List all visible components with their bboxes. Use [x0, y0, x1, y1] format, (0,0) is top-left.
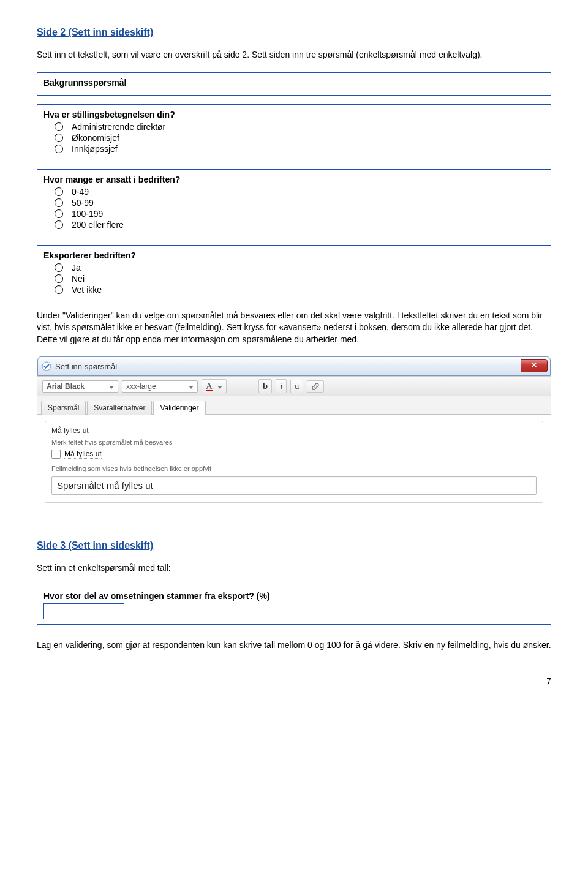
- q2-option-label: 200 eller flere: [72, 220, 124, 230]
- q1-option: Økonomisjef: [55, 133, 545, 143]
- link-button[interactable]: [307, 380, 324, 393]
- must-fill-fieldset: Må fylles ut Merk feltet hvis spørsmålet…: [45, 421, 543, 503]
- side2-intro: Sett inn et tekstfelt, som vil være en o…: [37, 49, 551, 61]
- chevron-down-icon: [108, 382, 114, 391]
- error-field-label: Feilmelding som vises hvis betingelsen i…: [51, 465, 537, 472]
- radio-icon: [55, 274, 63, 283]
- font-color-button[interactable]: A: [202, 379, 227, 393]
- checkbox-icon[interactable]: [51, 450, 61, 459]
- dialog-window: Sett inn spørsmål ✕ Arial Black xxx-larg…: [37, 356, 551, 513]
- italic-icon: i: [280, 381, 282, 391]
- number-input[interactable]: [43, 603, 124, 619]
- q3-option: Ja: [55, 263, 545, 273]
- side2-heading: Side 2 (Sett inn sideskift): [37, 27, 551, 38]
- window-title: Sett inn spørsmål: [55, 362, 117, 371]
- tabstrip: Spørsmål Svaralternativer Valideringer: [37, 396, 551, 415]
- q1-option-label: Administrerende direktør: [72, 122, 165, 132]
- must-fill-checkbox-row: Må fylles ut: [51, 450, 537, 459]
- q2-option: 100-199: [55, 209, 545, 219]
- q1-title: Hva er stillingsbetegnelsen din?: [43, 110, 545, 119]
- radio-icon: [55, 134, 63, 142]
- radio-icon: [55, 198, 63, 207]
- q2-option-label: 100-199: [72, 209, 103, 219]
- font-toolbar: Arial Black xxx-large A b i u: [37, 376, 551, 396]
- radio-icon: [55, 209, 63, 218]
- box-q-export: Hvor stor del av omsetningen stammer fra…: [37, 586, 551, 625]
- radio-icon: [55, 122, 63, 131]
- q2-option: 0-49: [55, 187, 545, 197]
- q2-option-label: 0-49: [72, 187, 89, 197]
- q3-option: Vet ikke: [55, 285, 545, 295]
- q-bg-title: Bakgrunnsspørsmål: [43, 78, 545, 88]
- check-icon: [42, 361, 51, 371]
- radio-icon: [55, 220, 63, 229]
- chevron-down-icon: [216, 382, 222, 391]
- error-message-input[interactable]: Spørsmålet må fylles ut: [51, 476, 537, 495]
- bold-icon: b: [263, 381, 268, 391]
- fs-sub: Merk feltet hvis spørsmålet må besvares: [51, 439, 537, 446]
- tab-svaralternativer[interactable]: Svaralternativer: [87, 401, 152, 415]
- box-q1: Hva er stillingsbetegnelsen din? Adminis…: [37, 104, 551, 160]
- radio-icon: [55, 285, 63, 294]
- italic-button[interactable]: i: [276, 379, 287, 393]
- close-icon: ✕: [531, 361, 537, 369]
- font-family-value: Arial Black: [47, 382, 85, 391]
- underline-button[interactable]: u: [290, 380, 303, 393]
- radio-icon: [55, 263, 63, 272]
- q3-option-label: Nei: [72, 274, 85, 284]
- q3-option: Nei: [55, 274, 545, 284]
- side3-intro: Sett inn et enkeltspørsmål med tall:: [37, 562, 551, 575]
- q1-option-label: Innkjøpssjef: [72, 144, 118, 154]
- close-button[interactable]: ✕: [521, 359, 548, 372]
- q2-title: Hvor mange er ansatt i bedriften?: [43, 175, 545, 184]
- font-family-select[interactable]: Arial Black: [42, 380, 118, 393]
- q3-title: Eksporterer bedriften?: [43, 251, 545, 260]
- underline-icon: u: [295, 382, 299, 391]
- side2-explain: Under "Valideringer" kan du velge om spø…: [37, 310, 551, 346]
- q2-option-label: 50-99: [72, 198, 94, 208]
- bold-button[interactable]: b: [258, 379, 272, 393]
- tab-valideringer[interactable]: Valideringer: [153, 401, 205, 415]
- chevron-down-icon: [187, 382, 194, 391]
- fs-title: Må fylles ut: [51, 426, 537, 435]
- q-export-title: Hvor stor del av omsetningen stammer fra…: [43, 591, 545, 601]
- radio-icon: [55, 145, 63, 153]
- q1-option-label: Økonomisjef: [72, 133, 119, 143]
- q2-option: 200 eller flere: [55, 220, 545, 230]
- q2-option: 50-99: [55, 198, 545, 208]
- validation-panel: Må fylles ut Merk feltet hvis spørsmålet…: [37, 415, 551, 513]
- q1-option: Administrerende direktør: [55, 122, 545, 132]
- radio-icon: [55, 187, 63, 196]
- font-color-icon: A: [206, 381, 213, 391]
- tab-sporsmal[interactable]: Spørsmål: [41, 401, 86, 415]
- font-size-value: xxx-large: [126, 382, 156, 391]
- q1-option: Innkjøpssjef: [55, 144, 545, 154]
- q3-option-label: Ja: [72, 263, 81, 273]
- box-q3: Eksporterer bedriften? Ja Nei Vet ikke: [37, 245, 551, 301]
- checkbox-label: Må fylles ut: [64, 450, 102, 459]
- box-bakgrunnsporsmal: Bakgrunnsspørsmål: [37, 72, 551, 96]
- box-q2: Hvor mange er ansatt i bedriften? 0-49 5…: [37, 169, 551, 236]
- side3-heading: Side 3 (Sett inn sideskift): [37, 540, 551, 551]
- font-size-select[interactable]: xxx-large: [122, 380, 198, 393]
- q3-option-label: Vet ikke: [72, 285, 102, 295]
- window-titlebar: Sett inn spørsmål ✕: [37, 356, 551, 376]
- page-number: 7: [37, 676, 551, 686]
- side3-outro: Lag en validering, som gjør at responden…: [37, 639, 551, 652]
- link-icon: [311, 382, 320, 391]
